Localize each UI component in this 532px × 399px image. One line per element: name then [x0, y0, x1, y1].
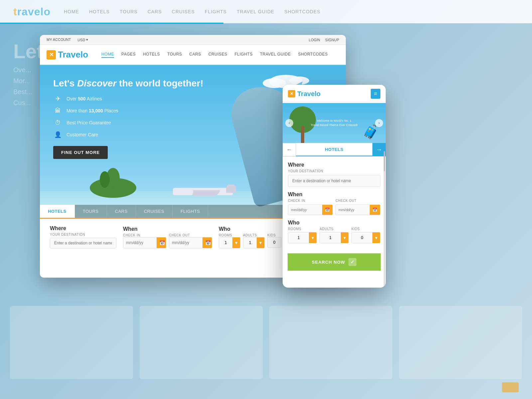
mobile-checkin-label: CHECK IN — [288, 199, 333, 202]
nav-link-shortcodes[interactable]: SHORTCODES — [298, 52, 328, 58]
hero-island — [90, 178, 136, 198]
bg-logo-icon: t — [13, 6, 17, 18]
mobile-who-section: Who ROOMS ▾ ADULTS ▾ KID — [288, 220, 380, 243]
desktop-nav-links: HOME PAGES HOTELS TOURS CARS CRUISES FLI… — [101, 52, 339, 58]
tab-tours[interactable]: TOURS — [75, 205, 107, 218]
my-account-link[interactable]: MY ACCOUNT — [47, 38, 71, 42]
bg-card-3 — [269, 306, 392, 379]
nav-link-cruises[interactable]: CRUISES — [208, 52, 227, 58]
adults-label: ADULTS — [243, 233, 265, 237]
checkin-input[interactable] — [123, 238, 157, 248]
mobile-menu-button[interactable]: ≡ — [371, 89, 380, 99]
rooms-input[interactable] — [219, 238, 232, 248]
search-now-label: SEARCH NOW — [312, 260, 345, 265]
mobile-adults-dropdown-button[interactable]: ▾ — [341, 232, 348, 243]
when-group: When CHECK IN 📅 CHECK OUT 📅 — [123, 226, 212, 248]
mobile-search-tabs: ← HOTELS → — [283, 143, 386, 157]
mobile-rooms-dropdown-button[interactable]: ▾ — [309, 232, 317, 243]
background-nav: travelo HOME HOTELS TOURS CARS CRUISES F… — [0, 0, 532, 23]
mobile-tab-prev-button[interactable]: ← — [283, 143, 296, 156]
mobile-who-row: ROOMS ▾ ADULTS ▾ KIDS — [288, 227, 380, 243]
mobile-when-label: When — [288, 192, 380, 198]
nav-link-travel-guide[interactable]: TRAVEL GUIDE — [260, 52, 291, 58]
checkout-label: CHECK OUT — [169, 233, 212, 237]
carousel-arrows: ‹ › — [283, 119, 386, 127]
mobile-date-row: CHECK IN 📅 CHECK OUT 📅 — [288, 199, 380, 215]
nav-link-home[interactable]: HOME — [101, 52, 114, 58]
airplane-wing — [192, 190, 220, 196]
tab-hotels[interactable]: HOTELS — [40, 205, 75, 218]
checkout-calendar-button[interactable]: 📅 — [202, 237, 212, 248]
kids-input[interactable] — [268, 237, 281, 247]
feature-price: ⏱ Best Price Guarantee — [53, 118, 203, 127]
nav-link-tours[interactable]: TOURS — [167, 52, 182, 58]
mobile-checkout-calendar-button[interactable]: 📅 — [370, 205, 380, 215]
mobile-kids-dropdown-button[interactable]: ▾ — [372, 232, 380, 243]
find-out-more-button[interactable]: FINE OUT MORE — [53, 146, 108, 159]
mobile-adults-stepper: ▾ — [320, 232, 348, 243]
tab-flights[interactable]: FLIGHTS — [173, 205, 208, 218]
currency-dropdown[interactable]: USD ▾ — [77, 38, 88, 42]
login-link[interactable]: LOGIN — [309, 38, 320, 42]
mobile-scrollbar[interactable] — [384, 151, 385, 287]
kids-label: KIDS — [267, 233, 281, 237]
carousel-prev-button[interactable]: ‹ — [285, 119, 293, 127]
hero-features-list: ✈ Over 500 Airlines 🏛 More than 13,000 P… — [53, 94, 203, 139]
tab-cruises[interactable]: CRUISES — [136, 205, 173, 218]
mobile-checkin-calendar-button[interactable]: 📅 — [322, 205, 332, 215]
kids-group: KIDS — [267, 233, 281, 248]
mobile-destination-label: YOUR DESTINATION — [288, 169, 380, 173]
mobile-kids-input[interactable] — [352, 233, 372, 243]
mobile-kids-group: KIDS ▾ — [351, 227, 380, 243]
where-label: Where — [50, 225, 116, 231]
adults-input[interactable] — [243, 238, 257, 248]
mobile-kids-stepper: ▾ — [351, 232, 380, 243]
mobile-checkin-group: CHECK IN 📅 — [288, 199, 333, 215]
mobile-search-now-button[interactable]: SEARCH NOW ✓ — [288, 253, 381, 271]
tab-cars[interactable]: CARS — [107, 205, 136, 218]
destination-input[interactable] — [50, 238, 116, 248]
who-label: Who — [219, 226, 281, 232]
checkout-input[interactable] — [169, 238, 202, 248]
feature-airlines: ✈ Over 500 Airlines — [53, 94, 203, 103]
mobile-search-form: Where YOUR DESTINATION When CHECK IN 📅 C… — [283, 157, 386, 253]
adults-dropdown-button[interactable]: ▾ — [257, 237, 264, 248]
adults-group: ADULTS ▾ — [243, 233, 265, 248]
bg-card-4 — [399, 306, 522, 379]
rooms-dropdown-button[interactable]: ▾ — [232, 237, 240, 248]
mobile-rooms-label: ROOMS — [288, 227, 317, 231]
mobile-where-label: Where — [288, 162, 380, 168]
building-icon: 🏛 — [53, 106, 63, 115]
clock-icon: ⏱ — [53, 118, 63, 127]
mobile-checkout-input[interactable] — [336, 205, 370, 214]
bg-logo: travelo — [13, 6, 51, 18]
nav-link-flights[interactable]: FLIGHTS — [235, 52, 253, 58]
checkin-calendar-button[interactable]: 📅 — [157, 237, 166, 248]
mobile-tab-hotels[interactable]: HOTELS — [296, 143, 372, 156]
mobile-destination-input[interactable] — [288, 175, 380, 187]
mobile-checkin-wrapper: 📅 — [288, 204, 333, 215]
bg-nav-items: HOME HOTELS TOURS CARS CRUISES FLIGHTS T… — [64, 9, 321, 14]
where-group: Where YOUR DESTINATION — [50, 225, 116, 248]
desktop-logo[interactable]: ✕ Travelo — [47, 50, 88, 60]
mobile-checkout-label: CHECK OUT — [335, 199, 380, 202]
airplane-icon: ✈ — [53, 94, 63, 103]
rooms-stepper: ▾ — [219, 237, 240, 248]
topbar-left: MY ACCOUNT USD ▾ — [47, 38, 88, 42]
mobile-rooms-input[interactable] — [288, 233, 309, 243]
rooms-group: ROOMS ▾ — [219, 233, 240, 248]
feature-places: 🏛 More than 13,000 Places — [53, 106, 203, 115]
nav-link-cars[interactable]: CARS — [189, 52, 201, 58]
nav-link-pages[interactable]: PAGES — [121, 52, 136, 58]
mobile-where-section: Where YOUR DESTINATION — [288, 162, 380, 187]
who-group: Who ROOMS ▾ ADULTS ▾ KID — [219, 226, 281, 248]
mobile-adults-input[interactable] — [320, 233, 340, 243]
mobile-when-section: When CHECK IN 📅 CHECK OUT 📅 — [288, 192, 380, 215]
signup-link[interactable]: SIGNUP — [325, 38, 339, 42]
rooms-label: ROOMS — [219, 233, 240, 237]
mobile-logo: ✕ Travelo — [288, 90, 321, 98]
carousel-next-button[interactable]: › — [375, 119, 383, 127]
destination-label: YOUR DESTINATION — [50, 233, 116, 236]
mobile-checkin-input[interactable] — [288, 205, 322, 214]
nav-link-hotels[interactable]: HOTELS — [143, 52, 160, 58]
